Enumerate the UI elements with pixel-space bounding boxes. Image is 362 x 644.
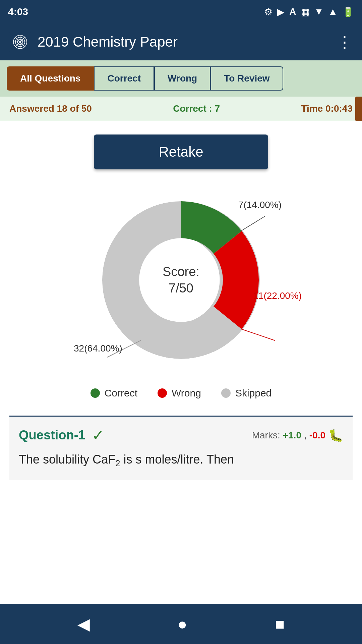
- scroll-indicator: [355, 97, 362, 121]
- marks-negative: -0.0: [309, 430, 325, 441]
- status-time: 4:03: [8, 6, 28, 17]
- app-logo: [9, 31, 31, 53]
- status-icons: ⚙ ▶ A ▦ ▼ ▲ 🔋: [264, 6, 354, 17]
- chart-legend: Correct Wrong Skipped: [90, 387, 272, 399]
- play-icon: ▶: [277, 6, 285, 17]
- chart-center-text: Score: 7/50: [163, 264, 199, 297]
- legend-label-wrong: Wrong: [172, 387, 201, 399]
- legend-dot-wrong: [158, 388, 167, 398]
- wifi-icon: ▼: [314, 6, 324, 17]
- legend-skipped: Skipped: [221, 387, 272, 399]
- stats-answered: Answered 18 of 50: [9, 103, 92, 114]
- legend-dot-skipped: [221, 388, 231, 398]
- chart-label-correct: 7(14.00%): [238, 200, 282, 210]
- marks-info: Marks: +1.0 , -0.0 🐛: [252, 428, 343, 442]
- filter-tabs: All Questions Correct Wrong To Review: [0, 60, 362, 97]
- legend-correct: Correct: [90, 387, 137, 399]
- signal-icon: ▲: [328, 6, 338, 17]
- a-icon: A: [289, 6, 296, 17]
- bottom-nav: ◀ ● ■: [0, 604, 362, 644]
- stats-bar: Answered 18 of 50 Correct : 7 Time 0:0:4…: [0, 97, 362, 121]
- question-title: Question-1: [19, 428, 85, 442]
- stats-time: Time 0:0:43: [301, 103, 353, 114]
- settings-icon: ⚙: [264, 6, 273, 17]
- stats-correct: Correct : 7: [173, 103, 220, 114]
- question-text: The solubility CaF2 is s moles/litre. Th…: [19, 450, 343, 470]
- main-content: Retake: [0, 121, 362, 604]
- marks-positive: +1.0: [283, 430, 301, 441]
- menu-icon: ▦: [301, 6, 310, 17]
- correct-checkmark: ✓: [92, 427, 104, 444]
- tab-to-review[interactable]: To Review: [210, 66, 283, 91]
- nav-back-button[interactable]: ◀: [77, 614, 90, 633]
- bug-icon[interactable]: 🐛: [328, 428, 343, 442]
- tab-wrong[interactable]: Wrong: [154, 66, 210, 91]
- top-bar-left: 2019 Chemistry Paper: [9, 31, 178, 53]
- question-header: Question-1 ✓ Marks: +1.0 , -0.0 🐛: [19, 427, 343, 444]
- svg-line-12: [241, 329, 275, 340]
- chart-label-skipped: 32(64.00%): [74, 343, 122, 354]
- legend-label-correct: Correct: [105, 387, 137, 399]
- legend-wrong: Wrong: [158, 387, 201, 399]
- nav-square-button[interactable]: ■: [275, 615, 285, 633]
- tab-all-questions[interactable]: All Questions: [7, 66, 94, 91]
- donut-chart-container: Score: 7/50 7(14.00%) 11(22.00%) 32(64.0…: [87, 186, 275, 374]
- nav-home-button[interactable]: ●: [177, 615, 187, 633]
- legend-dot-correct: [90, 388, 100, 398]
- tab-correct[interactable]: Correct: [94, 66, 154, 91]
- question-title-row: Question-1 ✓: [19, 427, 104, 444]
- subscript-2: 2: [115, 458, 120, 468]
- retake-button[interactable]: Retake: [94, 135, 268, 169]
- app-title: 2019 Chemistry Paper: [38, 34, 178, 50]
- stats-container: Answered 18 of 50 Correct : 7 Time 0:0:4…: [0, 97, 362, 121]
- status-bar: 4:03 ⚙ ▶ A ▦ ▼ ▲ 🔋: [0, 0, 362, 23]
- top-bar: 2019 Chemistry Paper ⋮: [0, 23, 362, 60]
- battery-icon: 🔋: [342, 6, 354, 17]
- more-menu-icon[interactable]: ⋮: [337, 33, 353, 51]
- marks-separator: ,: [304, 430, 307, 441]
- marks-label: Marks:: [252, 430, 280, 441]
- question-section: Question-1 ✓ Marks: +1.0 , -0.0 🐛 The so…: [9, 416, 353, 480]
- chart-label-wrong: 11(22.00%): [253, 290, 302, 301]
- legend-label-skipped: Skipped: [235, 387, 272, 399]
- svg-line-11: [241, 216, 265, 231]
